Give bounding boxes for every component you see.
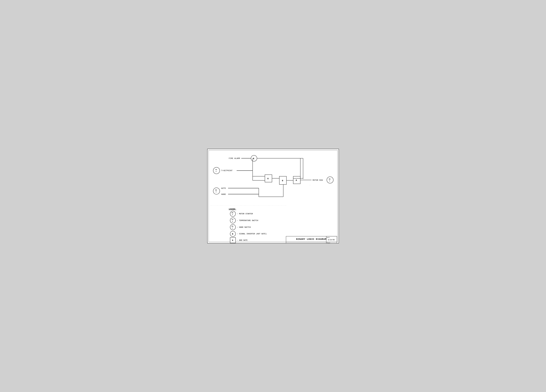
legend-ts1-text1: TS — [232, 219, 233, 220]
svg-rect-19 — [209, 151, 337, 216]
fire-alarm-text: FIRE ALARM — [229, 157, 240, 159]
legend-hs1-text2: 1 — [232, 227, 233, 229]
hs1-text1: HS — [215, 189, 217, 191]
or1-label: 0 — [282, 180, 283, 182]
legend-n-desc: – SIGNAL INVERTER (NOT GATE) — [237, 233, 267, 235]
date-label: Date — [326, 237, 329, 238]
legend-title: LEGEND: — [229, 208, 236, 210]
legend-and-label: A — [232, 239, 233, 241]
legend-ms1-desc: – MOTOR STARTER — [237, 213, 253, 215]
ms1-top-text2: 1 — [329, 180, 330, 181]
tsetpoint-text: T>SETPOINT — [221, 170, 233, 172]
legend-hs1-desc: – HAND SWITCH — [237, 226, 251, 228]
ms1-top-text1: MS — [329, 178, 330, 180]
motor-run-text: MOTOR RUN — [312, 179, 323, 181]
hand-text: HAND — [221, 193, 226, 195]
diagram-title: BINARY LOGIC DIAGRAM — [296, 238, 326, 240]
and1-label: A — [267, 177, 268, 180]
ts1-text2: 1 — [216, 171, 216, 172]
svg-rect-41 — [286, 242, 326, 243]
and2-label: A — [296, 179, 297, 181]
diagram-svg: FIRE ALARM N TS 1 T>SETPOINT A HS 1 — [208, 149, 339, 243]
legend-ms1-text1: MS — [232, 212, 233, 214]
small-dot: · — [310, 184, 310, 186]
legend-and-desc: – AND GATE — [237, 239, 247, 241]
legend-hs1-text1: HS — [232, 225, 233, 227]
date-value: 6/24/05 — [328, 239, 335, 241]
legend-ts1-text2: 1 — [232, 220, 233, 222]
ts1-text1: TS — [215, 169, 217, 170]
legend-ms1-text2: 1 — [232, 214, 233, 215]
page: FIRE ALARM N TS 1 T>SETPOINT A HS 1 — [207, 149, 339, 243]
sheet-label: Sheet — [326, 242, 330, 243]
legend-ts1-desc: – TEMPERATURE SWITCH — [237, 219, 258, 221]
hs1-text2: 1 — [216, 191, 216, 193]
legend-n-text: N — [232, 233, 233, 235]
not-gate-N: N — [253, 157, 254, 160]
auto-text: AUTO — [221, 187, 226, 189]
